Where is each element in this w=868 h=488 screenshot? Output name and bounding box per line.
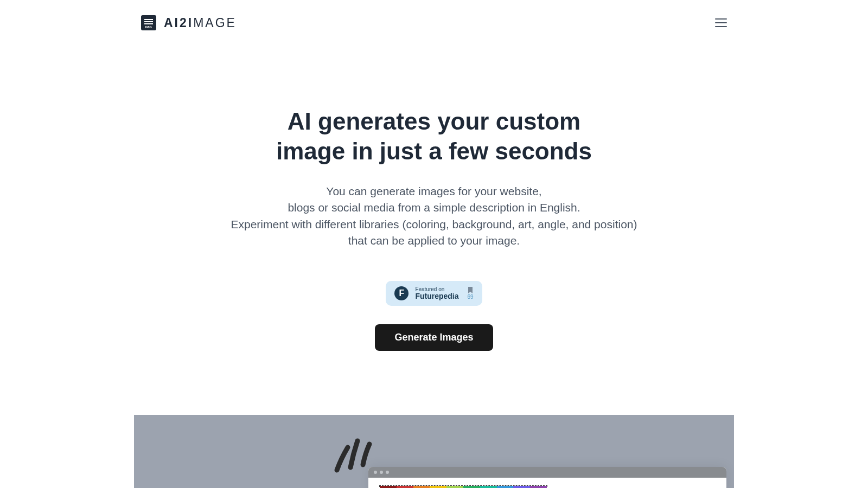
window-maximize-icon	[386, 471, 389, 474]
hero-title: AI generates your custom image in just a…	[0, 106, 868, 166]
hamburger-menu-icon[interactable]	[715, 18, 727, 27]
badge-count: 69	[468, 294, 474, 300]
bookmark-icon	[468, 287, 473, 293]
hero-section: AI generates your custom image in just a…	[0, 46, 868, 351]
browser-mockup	[368, 467, 726, 488]
badge-platform: Futurepedia	[415, 292, 458, 300]
browser-titlebar	[368, 467, 726, 478]
browser-body	[368, 478, 726, 488]
brand-logo[interactable]: IMG AI2IMAGE	[141, 15, 237, 30]
hero-title-line2: image in just a few seconds	[276, 138, 592, 164]
futurepedia-logo-icon: F	[394, 286, 409, 300]
window-minimize-icon	[380, 471, 383, 474]
brand-name: AI2IMAGE	[164, 16, 237, 30]
preview-section	[134, 415, 734, 488]
hero-subtitle-line1: You can generate images for your website…	[326, 185, 541, 197]
hero-subtitle-line4: that can be applied to your image.	[348, 234, 520, 247]
generate-images-button[interactable]: Generate Images	[375, 324, 493, 351]
hero-subtitle-line3: Experiment with different libraries (col…	[231, 218, 637, 230]
badge-text: Featured on Futurepedia	[415, 286, 458, 300]
hero-subtitle-line2: blogs or social media from a simple desc…	[288, 201, 580, 214]
logo-mark-icon: IMG	[141, 15, 156, 30]
hero-subtitle: You can generate images for your website…	[0, 183, 868, 249]
color-palette-preview	[379, 485, 547, 488]
badge-stats: 69	[468, 287, 474, 300]
featured-badge[interactable]: F Featured on Futurepedia 69	[386, 281, 482, 306]
site-header: IMG AI2IMAGE	[0, 0, 868, 46]
window-close-icon	[374, 471, 377, 474]
hero-title-line1: AI generates your custom	[288, 108, 580, 134]
